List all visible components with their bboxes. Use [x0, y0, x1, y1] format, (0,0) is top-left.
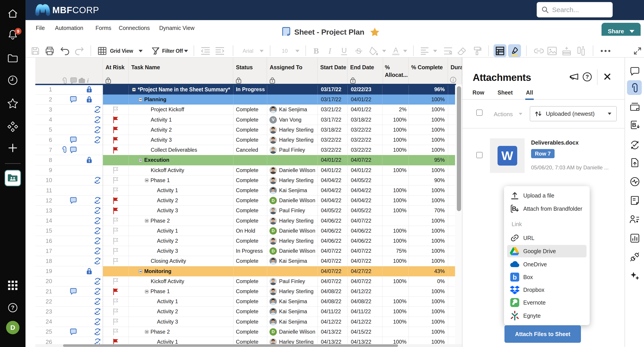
- indent-icon[interactable]: [214, 42, 225, 60]
- end-date-cell[interactable]: 03/22/22: [351, 145, 382, 155]
- assigned-cell[interactable]: DDanielle Wilson: [270, 327, 317, 337]
- complete-cell[interactable]: 100%: [408, 165, 445, 175]
- task-name-cell[interactable]: Phase 1: [128, 175, 233, 185]
- grid-row[interactable]: 11Activity 1CompleteKai Senjima04/04/220…: [35, 185, 455, 196]
- row-sync-icon[interactable]: [94, 177, 101, 184]
- alloc-cell[interactable]: 100%: [382, 145, 406, 155]
- apps-grid-icon[interactable]: [0, 280, 26, 291]
- complete-cell[interactable]: 43%: [408, 266, 445, 276]
- collapse-toggle[interactable]: [145, 330, 148, 334]
- status-cell[interactable]: [236, 155, 266, 165]
- status-cell[interactable]: Complete: [236, 307, 266, 317]
- column-header-dura[interactable]: Durai: [448, 58, 462, 84]
- end-date-cell[interactable]: 03/22/22: [351, 125, 382, 135]
- complete-cell[interactable]: 90%: [408, 175, 445, 185]
- row-sync-icon[interactable]: [94, 197, 101, 204]
- status-cell[interactable]: Complete: [236, 317, 266, 327]
- grid-row[interactable]: 8Execution04/01/2204/07/2295%: [35, 155, 455, 165]
- task-name-cell[interactable]: Phase 1: [128, 287, 233, 297]
- at-risk-flag-icon[interactable]: [112, 288, 120, 295]
- eraser-icon[interactable]: [456, 42, 467, 60]
- rail-publish-icon[interactable]: [625, 158, 644, 168]
- assigned-cell[interactable]: Kai Senjima: [270, 105, 317, 115]
- complete-cell[interactable]: 100%: [408, 307, 445, 317]
- filter-icon[interactable]: [150, 42, 161, 60]
- assigned-cell[interactable]: Harley Sterling: [270, 216, 317, 226]
- rail-charts-icon[interactable]: [625, 233, 644, 243]
- row-sync-icon[interactable]: [94, 116, 101, 124]
- task-name-cell[interactable]: Activity 2: [128, 125, 233, 135]
- start-date-cell[interactable]: 03/17/22: [321, 94, 347, 105]
- menu-connections[interactable]: Connections: [119, 20, 150, 36]
- complete-cell[interactable]: 100%: [408, 226, 445, 236]
- row-number[interactable]: 18: [35, 256, 52, 266]
- row-number[interactable]: 19: [35, 266, 52, 276]
- row-number[interactable]: 20: [35, 276, 52, 286]
- complete-cell[interactable]: 96%: [408, 84, 445, 94]
- diamonds-icon[interactable]: [0, 121, 26, 132]
- complete-cell[interactable]: 100%: [408, 256, 445, 266]
- complete-cell[interactable]: 100%: [408, 196, 445, 206]
- column-header-complete[interactable]: % Complete: [408, 58, 448, 84]
- menu-automation[interactable]: Automation: [55, 20, 83, 36]
- collapse-toggle[interactable]: [132, 88, 136, 91]
- at-risk-flag-icon[interactable]: [112, 136, 120, 144]
- redo-icon[interactable]: [74, 42, 84, 60]
- status-cell[interactable]: [236, 266, 266, 276]
- tab-row[interactable]: Row: [472, 89, 484, 96]
- row-number[interactable]: 12: [35, 196, 52, 205]
- alloc-cell[interactable]: [382, 84, 406, 94]
- print-icon[interactable]: [44, 42, 55, 60]
- row-sync-icon[interactable]: [94, 217, 101, 225]
- bold-icon[interactable]: B: [311, 42, 322, 60]
- at-risk-flag-icon[interactable]: [112, 166, 120, 174]
- complete-cell[interactable]: 100%: [408, 105, 445, 115]
- row-sync-icon[interactable]: [94, 308, 101, 315]
- at-risk-flag-icon[interactable]: [112, 197, 120, 204]
- row-number[interactable]: 3: [35, 105, 52, 114]
- complete-cell[interactable]: 100%: [408, 135, 445, 145]
- help-circle-icon[interactable]: ?: [582, 72, 592, 82]
- complete-cell[interactable]: 100%: [408, 246, 445, 256]
- grid-row[interactable]: 25Phase 2CompleteDDanielle Wilson04/13/2…: [35, 327, 455, 337]
- attach-option-dropbox[interactable]: Dropbox: [507, 284, 586, 296]
- alloc-cell[interactable]: 75%: [382, 246, 406, 256]
- grid-row[interactable]: 15Activity 1On HoldDDanielle Wilson04/06…: [35, 226, 455, 236]
- status-cell[interactable]: Complete: [236, 216, 266, 226]
- at-risk-flag-icon[interactable]: [112, 308, 120, 316]
- status-cell[interactable]: Complete: [236, 276, 266, 287]
- rail-paperclip-icon[interactable]: [625, 83, 644, 93]
- start-date-cell[interactable]: 04/04/22: [321, 185, 347, 196]
- alloc-cell[interactable]: 100%: [382, 297, 406, 307]
- assigned-cell[interactable]: Kai Senjima: [270, 317, 317, 327]
- task-name-cell[interactable]: Phase 2: [128, 327, 233, 337]
- link-icon[interactable]: [534, 42, 544, 60]
- attach-option-url[interactable]: URL: [507, 232, 586, 244]
- row-number[interactable]: 7: [35, 145, 52, 155]
- grid-row[interactable]: 24Activity 3CompleteKai Senjima04/12/220…: [35, 317, 455, 327]
- attach-option-upload-a-file[interactable]: Upload a file: [507, 189, 586, 202]
- grid-row[interactable]: 6Activity 3CompleteHarley Sterling03/22/…: [35, 135, 455, 145]
- complete-cell[interactable]: 100%: [408, 287, 445, 297]
- undo-icon[interactable]: [60, 42, 70, 60]
- row-number[interactable]: 13: [35, 206, 52, 215]
- assigned-cell[interactable]: Danielle Wilson: [270, 165, 317, 175]
- toolbar-filter-off[interactable]: Filter Off: [162, 42, 183, 60]
- grid-row[interactable]: 4Activity 1CompleteVVan Vong03/17/2203/1…: [35, 115, 455, 125]
- status-cell[interactable]: Complete: [236, 196, 266, 206]
- task-name-cell[interactable]: Activity 2: [128, 307, 233, 317]
- alloc-cell[interactable]: [382, 175, 406, 185]
- sort-dropdown[interactable]: Uploaded (newest): [530, 106, 617, 121]
- assigned-cell[interactable]: Kai Senjima: [270, 256, 317, 266]
- alloc-cell[interactable]: [382, 327, 406, 337]
- italic-icon[interactable]: I: [324, 42, 335, 60]
- status-cell[interactable]: Complete: [236, 115, 266, 125]
- start-date-cell[interactable]: 04/07/22: [321, 256, 347, 266]
- task-name-cell[interactable]: Activity 2: [128, 196, 233, 206]
- start-date-cell[interactable]: 04/04/22: [321, 175, 347, 185]
- task-name-cell[interactable]: Phase 2: [128, 216, 233, 226]
- task-name-cell[interactable]: Kickoff Activity: [128, 165, 233, 175]
- end-date-cell[interactable]: 04/11/22: [351, 307, 382, 317]
- task-name-cell[interactable]: Activity 1: [128, 185, 233, 196]
- rail-proofs-icon[interactable]: [625, 102, 644, 112]
